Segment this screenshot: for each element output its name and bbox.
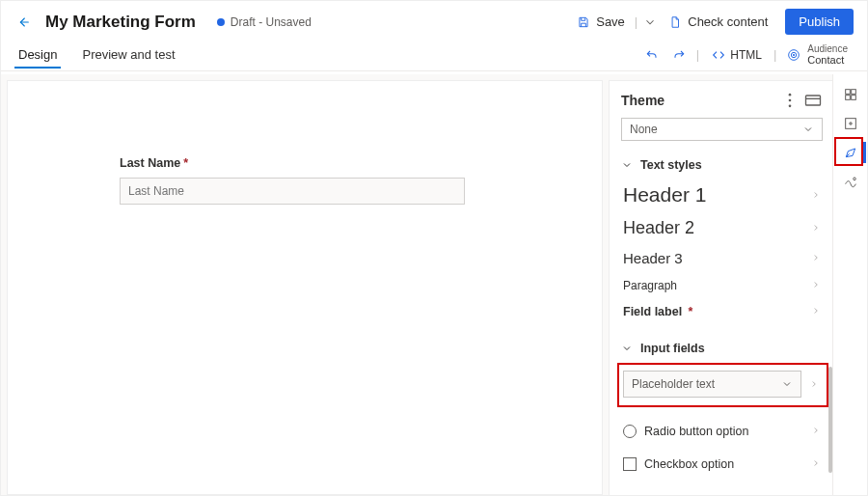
panel-title: Theme [621, 93, 665, 108]
svg-point-4 [789, 99, 792, 102]
audience-value: Contact [807, 54, 848, 66]
tab-preview[interactable]: Preview and test [78, 41, 178, 68]
svg-rect-9 [845, 96, 850, 100]
save-status: Draft - Unsaved [217, 15, 312, 29]
style-field-label[interactable]: Field label * [621, 298, 823, 324]
separator: | [696, 47, 699, 62]
radio-icon [623, 425, 637, 438]
save-button[interactable]: Save [569, 11, 633, 33]
style-placeholder-text[interactable]: Placeholder text [621, 369, 821, 400]
workspace: Last Name* Theme None [1, 74, 867, 495]
theme-panel: Theme None Text styles [609, 80, 832, 495]
style-radio-option[interactable]: Radio button option [621, 415, 823, 448]
scroll-thumb[interactable] [828, 367, 832, 473]
page-title: My Marketing Form [45, 13, 196, 32]
rail-settings-button[interactable] [835, 167, 866, 196]
panel-more-button[interactable] [780, 91, 800, 110]
style-header3[interactable]: Header 3 [621, 244, 823, 272]
highlight-placeholder-style: Placeholder text [617, 363, 828, 407]
placeholder-preview: Placeholder text [623, 371, 801, 398]
svg-rect-7 [845, 90, 850, 95]
section-input-fields[interactable]: Input fields [621, 336, 823, 361]
chevron-right-icon [811, 425, 821, 438]
audience-label: Audience [807, 43, 848, 54]
audience-selector[interactable]: Audience Contact [780, 43, 854, 66]
undo-button[interactable] [638, 41, 665, 69]
chevron-right-icon [811, 304, 821, 318]
publish-button[interactable]: Publish [785, 9, 854, 35]
redo-button[interactable] [665, 41, 692, 69]
chevron-right-icon [811, 457, 821, 471]
field-block-last-name[interactable]: Last Name* [120, 156, 465, 205]
tab-design[interactable]: Design [14, 41, 61, 68]
svg-rect-6 [806, 96, 821, 105]
chevron-right-icon [811, 278, 821, 292]
panel-body: None Text styles Header 1 Header 2 [610, 118, 832, 495]
chevron-right-icon [811, 251, 821, 265]
app-root: My Marketing Form Draft - Unsaved Save |… [0, 0, 868, 496]
required-asterisk: * [183, 156, 188, 170]
theme-family-dropdown[interactable]: None [621, 118, 823, 141]
panel-header: Theme [610, 81, 832, 118]
svg-rect-10 [851, 96, 855, 100]
page-header: My Marketing Form Draft - Unsaved Save |… [1, 1, 867, 39]
scrollbar[interactable] [828, 367, 832, 489]
unsaved-dot-icon [217, 18, 225, 26]
last-name-input[interactable] [120, 178, 465, 205]
svg-point-5 [789, 105, 792, 108]
svg-point-12 [853, 178, 855, 180]
html-toggle[interactable]: HTML [703, 47, 770, 63]
rail-add-button[interactable] [835, 109, 866, 138]
style-header2[interactable]: Header 2 [621, 212, 823, 244]
style-checkbox-option[interactable]: Checkbox option [621, 448, 823, 481]
chevron-right-icon [811, 221, 821, 235]
status-text: Draft - Unsaved [231, 15, 312, 29]
checkbox-icon [623, 457, 637, 471]
style-header1[interactable]: Header 1 [621, 178, 823, 212]
separator: | [633, 14, 639, 29]
back-button[interactable] [14, 14, 32, 31]
rail-theme-button[interactable] [835, 138, 866, 167]
svg-rect-8 [851, 90, 855, 95]
tab-bar: Design Preview and test | HTML | Audienc… [1, 39, 867, 71]
svg-point-2 [794, 54, 795, 55]
panel-layout-icon[interactable] [803, 91, 823, 110]
field-label: Last Name* [120, 156, 465, 170]
svg-point-3 [789, 94, 792, 96]
right-rail [832, 74, 867, 495]
form-canvas[interactable]: Last Name* [7, 80, 603, 495]
separator: | [773, 47, 776, 62]
chevron-right-icon [809, 377, 819, 392]
section-text-styles[interactable]: Text styles [621, 152, 823, 178]
style-paragraph[interactable]: Paragraph [621, 272, 823, 298]
check-content-button[interactable]: Check content [661, 11, 775, 33]
chevron-right-icon [811, 188, 821, 203]
rail-elements-button[interactable] [835, 80, 866, 109]
save-dropdown[interactable] [639, 12, 661, 33]
